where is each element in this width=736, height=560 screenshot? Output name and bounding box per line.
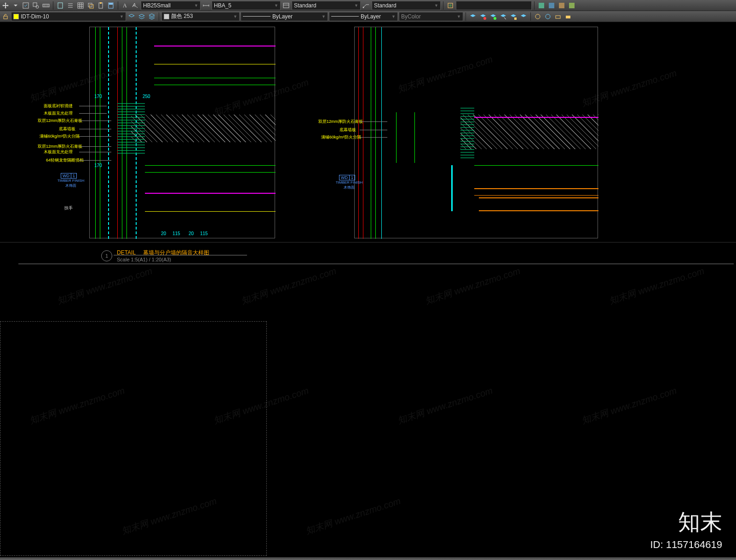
layer-state-6-icon[interactable] (519, 12, 528, 21)
svg-point-26 (546, 14, 550, 19)
leader (79, 160, 111, 161)
layer-state-3-icon[interactable] (489, 12, 498, 21)
line (474, 165, 598, 166)
text-style-dropdown-icon[interactable]: A (131, 1, 140, 10)
plotstyle-dropdown[interactable]: ByColor ▼ (399, 12, 463, 21)
layer-state-5-icon[interactable] (509, 12, 518, 21)
brand-id: ID: 1157164619 (650, 539, 722, 551)
zoom-extents-icon[interactable] (21, 1, 30, 10)
leader (79, 152, 111, 152)
tag-finish-cn: 木饰面 (62, 183, 80, 188)
separator (53, 1, 53, 10)
annotation: 扶手 (64, 205, 73, 211)
viewport-right[interactable] (354, 27, 598, 238)
layer-util-3-icon[interactable] (553, 12, 563, 21)
command-textbox[interactable] (456, 1, 532, 10)
layer-util-4-icon[interactable] (564, 12, 573, 21)
mleader-style-dropdown[interactable]: Standard ▼ (372, 1, 441, 10)
svg-rect-19 (559, 3, 564, 8)
tool-icon-d[interactable] (567, 1, 576, 10)
text-style-icon[interactable]: A (121, 1, 130, 10)
dropdown-icon[interactable] (11, 1, 20, 10)
separator (118, 1, 118, 10)
dim-style-value: HBA_5 (214, 2, 231, 9)
lineweight-dropdown[interactable]: ByLayer ▼ (329, 12, 398, 21)
finish-tag: WD 1 (61, 173, 77, 179)
calc-icon[interactable] (106, 1, 115, 10)
svg-rect-14 (283, 3, 289, 8)
layer-tool-3-icon[interactable] (147, 12, 156, 21)
list-icon[interactable] (66, 1, 75, 10)
color-swatch (164, 14, 169, 19)
section-divider (18, 264, 734, 264)
leader (79, 146, 111, 147)
lineweight-sample (331, 16, 359, 17)
dim-style-icon[interactable] (201, 1, 211, 10)
text-style-dropdown[interactable]: HB25Small ▼ (141, 1, 201, 10)
layer-util-2-icon[interactable] (543, 12, 552, 21)
tag-num: 1 (350, 175, 355, 180)
leader (79, 106, 107, 106)
leader (79, 121, 111, 121)
svg-point-23 (494, 17, 496, 20)
viewport-left[interactable]: 170 250 170 20 115 20 115 (89, 27, 275, 238)
color-value: 颜色 253 (171, 12, 193, 20)
leader (360, 130, 387, 130)
copy-icon[interactable] (86, 1, 95, 10)
line (451, 165, 453, 211)
zoom-scaled-icon[interactable] (41, 1, 51, 10)
watermark: 知末网 www.znzmo.com (396, 384, 494, 427)
selection-rectangle[interactable] (0, 321, 267, 556)
slab-hatch (460, 115, 598, 149)
svg-text:A: A (132, 2, 136, 8)
line (396, 112, 397, 163)
watermark: 知末网 www.znzmo.com (608, 265, 706, 307)
line (154, 64, 276, 64)
layer-state-1-icon[interactable] (468, 12, 477, 21)
detail-scale: Scale 1:5(A1) / 1:20(A3) (117, 257, 209, 262)
table-style-dropdown[interactable]: Standard ▼ (292, 1, 361, 10)
watermark: 知末网 www.znzmo.com (424, 265, 522, 307)
linetype-dropdown[interactable]: ByLayer ▼ (241, 12, 328, 21)
table-icon[interactable] (76, 1, 85, 10)
tool-icon-b[interactable] (547, 1, 556, 10)
tool-icon-c[interactable] (557, 1, 566, 10)
table-style-value: Standard (294, 2, 316, 9)
layer-tool-1-icon[interactable] (127, 12, 136, 21)
layer-state-4-icon[interactable] (499, 12, 508, 21)
zoom-window-icon[interactable] (31, 1, 40, 10)
drawing-canvas[interactable]: 170 250 170 20 115 20 115 面板底衬软填缝 木板面见光处… (0, 22, 736, 560)
color-dropdown[interactable]: 颜色 253 ▼ (161, 12, 240, 21)
table-style-icon[interactable] (282, 1, 291, 10)
sheet-icon[interactable] (56, 1, 65, 10)
line (371, 27, 371, 239)
svg-rect-7 (90, 5, 93, 8)
tool-icon-a[interactable] (537, 1, 546, 10)
insulation (460, 108, 474, 158)
section-divider-top (0, 242, 736, 242)
paste-icon[interactable] (96, 1, 105, 10)
block-insert-icon[interactable] (446, 1, 455, 10)
svg-point-25 (535, 14, 540, 19)
tag-code: WD (339, 175, 350, 180)
leader (360, 137, 387, 138)
layer-state-2-icon[interactable] (478, 12, 488, 21)
leader (79, 113, 107, 114)
properties-toolbar-2: IDT-Dim-10 ▼ 颜色 253 ▼ ByLayer ▼ ByLayer … (0, 11, 736, 22)
leader (360, 121, 387, 122)
dim: 20 (161, 231, 166, 236)
layer-tool-2-icon[interactable] (137, 12, 146, 21)
line (95, 27, 96, 239)
pan-icon[interactable] (1, 1, 10, 10)
mleader-style-icon[interactable] (362, 1, 371, 10)
line (363, 27, 363, 239)
unlock-icon[interactable] (1, 12, 10, 21)
svg-rect-20 (569, 3, 575, 8)
layer-util-1-icon[interactable] (533, 12, 542, 21)
dim-style-dropdown[interactable]: HBA_5 ▼ (212, 1, 281, 10)
status-bar-edge (0, 557, 736, 560)
layer-dropdown[interactable]: IDT-Dim-10 ▼ (11, 12, 126, 21)
svg-rect-17 (539, 3, 544, 8)
watermark: 知末网 www.znzmo.com (240, 265, 338, 307)
dim: 170 (94, 163, 102, 168)
